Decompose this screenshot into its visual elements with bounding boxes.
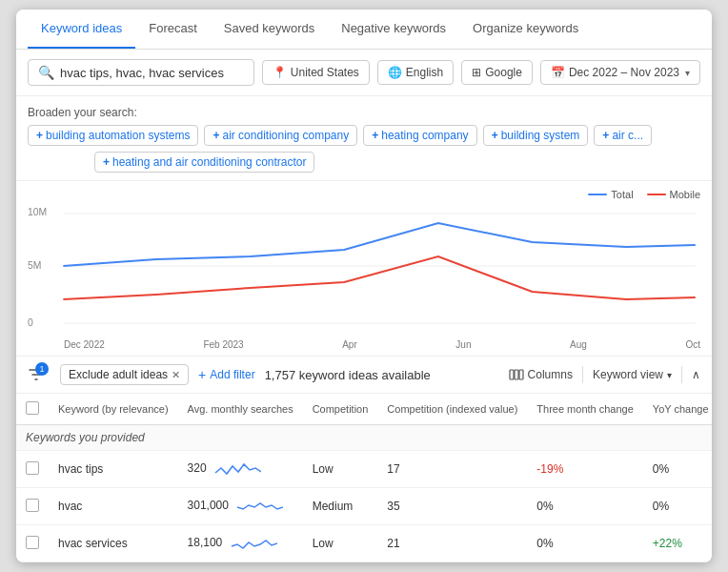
location-filter[interactable]: 📍 United States: [262, 60, 370, 85]
x-label-5: Oct: [685, 339, 700, 350]
date-label: Dec 2022 – Nov 2023: [569, 66, 679, 79]
svg-rect-8: [519, 370, 523, 379]
table-row[interactable]: hvac tips 320 Low 17 -19% 0%: [16, 451, 712, 488]
chart-x-labels: Dec 2022 Feb 2023 Apr Jun Aug Oct: [28, 337, 700, 356]
broaden-tag-1[interactable]: +air conditioning company: [204, 125, 357, 146]
col-avg-monthly[interactable]: Avg. monthly searches: [178, 394, 303, 425]
network-label: Google: [485, 66, 522, 79]
svg-text:10M: 10M: [28, 207, 47, 217]
location-icon: 📍: [273, 66, 287, 79]
svg-text:5M: 5M: [28, 260, 41, 271]
separator2: [681, 366, 682, 383]
plus-icon: +: [198, 367, 206, 382]
table-header-row: Keyword (by relevance) Avg. monthly sear…: [16, 394, 712, 425]
add-filter-label: Add filter: [210, 368, 254, 381]
legend-mobile-label: Mobile: [670, 189, 700, 200]
select-all-checkbox[interactable]: [26, 401, 39, 415]
row-yoy: 0%: [643, 451, 712, 488]
chart-legend: Total Mobile: [28, 189, 700, 200]
chevron-up-icon: ∧: [692, 368, 700, 381]
tab-keyword-ideas[interactable]: Keyword ideas: [28, 10, 135, 49]
broaden-search-row: Broaden your search: +building automatio…: [16, 96, 712, 181]
col-three-month[interactable]: Three month change: [527, 394, 643, 425]
search-icon: 🔍: [38, 65, 54, 80]
col-yoy[interactable]: YoY change: [643, 394, 712, 425]
tab-bar: Keyword ideas Forecast Saved keywords Ne…: [16, 10, 712, 50]
legend-mobile: Mobile: [647, 189, 700, 200]
col-competition[interactable]: Competition: [303, 394, 378, 425]
chevron-down-icon: ▾: [685, 68, 690, 78]
x-label-1: Feb 2023: [203, 339, 243, 350]
main-window: Keyword ideas Forecast Saved keywords Ne…: [16, 10, 712, 562]
row-yoy: +22%: [643, 525, 712, 562]
tab-negative-keywords[interactable]: Negative keywords: [328, 10, 459, 49]
filter-button[interactable]: 1: [28, 366, 45, 383]
row-three-month: 0%: [527, 488, 643, 525]
network-filter[interactable]: ⊞ Google: [461, 60, 533, 85]
broaden-tag-3[interactable]: +building system: [483, 125, 589, 146]
svg-text:0: 0: [28, 317, 33, 328]
row-checkbox[interactable]: [16, 451, 49, 488]
language-icon: 🌐: [388, 66, 402, 79]
row-indexed: 17: [377, 451, 527, 488]
search-box[interactable]: 🔍: [28, 59, 254, 86]
legend-mobile-line: [647, 194, 666, 195]
broaden-tags-row2: +heating and air conditioning contractor: [94, 152, 700, 173]
keyword-view-button[interactable]: Keyword view ▾: [593, 368, 672, 381]
svg-rect-6: [510, 370, 514, 379]
row-checkbox[interactable]: [16, 488, 49, 525]
exclude-label: Exclude adult ideas: [69, 368, 168, 381]
table-row[interactable]: hvac 301,000 Medium 35 0% 0%: [16, 488, 712, 525]
broaden-tags: +building automation systems +air condit…: [28, 125, 652, 146]
keyword-table: Keyword (by relevance) Avg. monthly sear…: [16, 394, 712, 562]
broaden-tag-0[interactable]: +building automation systems: [28, 125, 198, 146]
keyword-view-label: Keyword view: [593, 368, 663, 381]
x-label-3: Jun: [455, 339, 471, 350]
calendar-icon: 📅: [551, 66, 565, 79]
language-filter[interactable]: 🌐 English: [377, 60, 454, 85]
broaden-tag-4[interactable]: +air c...: [594, 125, 652, 146]
chart-svg: 10M 5M 0: [28, 204, 700, 337]
group-header-row: Keywords you provided: [16, 425, 712, 451]
keyword-count: 1,757 keyword ideas available: [265, 368, 499, 382]
legend-total: Total: [588, 189, 633, 200]
row-keyword: hvac: [49, 488, 178, 525]
tab-saved-keywords[interactable]: Saved keywords: [211, 10, 328, 49]
sparkline-1: [235, 496, 283, 517]
location-label: United States: [291, 66, 359, 79]
row-competition: Medium: [303, 488, 378, 525]
exclude-adult-button[interactable]: Exclude adult ideas ✕: [60, 364, 189, 385]
row-competition: Low: [303, 451, 378, 488]
tab-organize-keywords[interactable]: Organize keywords: [459, 10, 592, 49]
collapse-button[interactable]: ∧: [692, 368, 700, 381]
row-competition: Low: [303, 525, 378, 562]
network-icon: ⊞: [472, 66, 481, 79]
sparkline-0: [213, 459, 261, 480]
row-checkbox[interactable]: [16, 525, 49, 562]
search-row: 🔍 📍 United States 🌐 English ⊞ Google 📅 D…: [16, 50, 712, 96]
row-yoy: 0%: [643, 488, 712, 525]
col-checkbox: [16, 394, 49, 425]
add-filter-button[interactable]: + Add filter: [198, 367, 255, 382]
chevron-down-icon: ▾: [667, 370, 672, 380]
columns-label: Columns: [528, 368, 573, 381]
group-label: Keywords you provided: [16, 425, 712, 451]
separator: [582, 366, 583, 383]
row-three-month: 0%: [527, 525, 643, 562]
broaden-tag-2[interactable]: +heating company: [363, 125, 476, 146]
tab-forecast[interactable]: Forecast: [135, 10, 211, 49]
date-filter[interactable]: 📅 Dec 2022 – Nov 2023 ▾: [540, 60, 700, 85]
col-indexed-value[interactable]: Competition (indexed value): [377, 394, 527, 425]
exclude-close-icon[interactable]: ✕: [172, 369, 180, 381]
columns-button[interactable]: Columns: [509, 367, 573, 382]
col-keyword[interactable]: Keyword (by relevance): [49, 394, 178, 425]
row-keyword: hvac tips: [49, 451, 178, 488]
broaden-tag-5[interactable]: +heating and air conditioning contractor: [94, 152, 314, 173]
legend-total-line: [588, 194, 607, 195]
row-avg-monthly: 320: [178, 451, 303, 488]
chart-area: Total Mobile 10M 5M 0: [16, 181, 712, 357]
x-label-0: Dec 2022: [64, 339, 105, 350]
table-row[interactable]: hvac services 18,100 Low 21 0% +22%: [16, 525, 712, 562]
search-input[interactable]: [60, 66, 244, 80]
row-avg-monthly: 301,000: [178, 488, 303, 525]
